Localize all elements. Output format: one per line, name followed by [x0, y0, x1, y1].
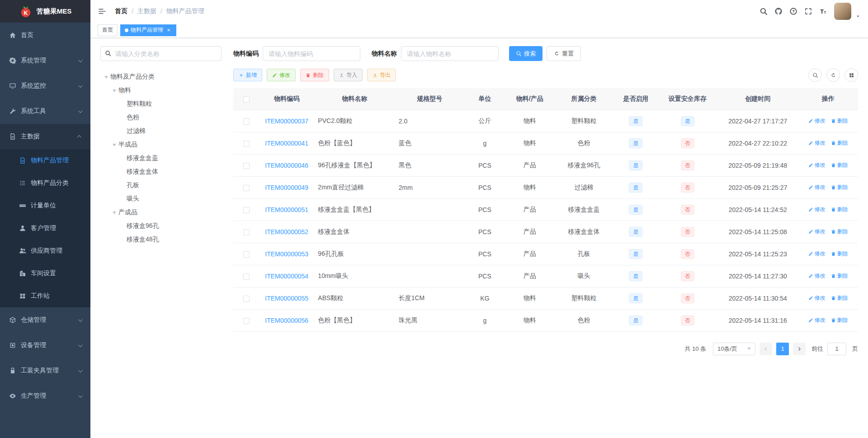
row-delete-link[interactable]: 删除	[831, 206, 848, 213]
tree-caret-icon[interactable]	[102, 74, 110, 80]
row-delete-link[interactable]: 删除	[831, 316, 848, 324]
font-size-icon[interactable]	[819, 7, 827, 15]
edit-button[interactable]: 修改	[267, 69, 296, 81]
help-icon[interactable]	[789, 7, 797, 15]
tree-node[interactable]: 物料	[100, 84, 222, 97]
goto-page-input[interactable]	[827, 343, 846, 355]
view-tag[interactable]: 首页	[98, 24, 118, 36]
tree-caret-icon[interactable]	[110, 141, 118, 148]
name-filter-input[interactable]	[401, 46, 499, 61]
row-edit-link[interactable]: 修改	[808, 206, 826, 213]
hamburger-icon[interactable]	[98, 7, 107, 16]
breadcrumb-item[interactable]: 首页	[115, 7, 127, 15]
breadcrumb-item[interactable]: 主数据	[137, 7, 156, 15]
tree-node[interactable]: 移液盒48孔	[100, 233, 222, 246]
search-icon[interactable]	[760, 7, 768, 15]
tree-caret-icon[interactable]	[110, 209, 118, 216]
row-edit-link[interactable]: 修改	[808, 117, 826, 125]
prev-page-button[interactable]	[760, 343, 772, 355]
tree-caret-icon[interactable]	[110, 87, 118, 94]
row-checkbox[interactable]	[243, 141, 250, 147]
view-tag[interactable]: 物料产品管理×	[120, 24, 176, 36]
row-checkbox[interactable]	[243, 207, 250, 213]
item-code-link[interactable]: ITEM00000053	[265, 250, 308, 258]
page-number-button[interactable]: 1	[776, 343, 789, 355]
item-code-link[interactable]: ITEM00000046	[265, 162, 308, 169]
sidebar-subitem[interactable]: 计量单位	[0, 194, 90, 217]
row-edit-link[interactable]: 修改	[808, 139, 826, 147]
item-code-link[interactable]: ITEM00000051	[265, 206, 308, 213]
tree-node[interactable]: 孔板	[100, 179, 222, 192]
row-delete-link[interactable]: 删除	[831, 272, 848, 280]
app-logo[interactable]: 苦糖果MES	[0, 0, 90, 23]
toggle-search-button[interactable]	[808, 68, 822, 82]
github-icon[interactable]	[774, 7, 783, 15]
tree-node[interactable]: 塑料颗粒	[100, 97, 222, 111]
row-checkbox[interactable]	[243, 229, 250, 235]
row-checkbox[interactable]	[243, 163, 250, 169]
row-checkbox[interactable]	[243, 251, 250, 258]
tree-node[interactable]: 产成品	[100, 206, 222, 219]
item-code-link[interactable]: ITEM00000054	[265, 273, 308, 280]
sidebar-item[interactable]: 生产管理	[0, 383, 90, 409]
row-edit-link[interactable]: 修改	[808, 316, 826, 324]
row-edit-link[interactable]: 修改	[808, 250, 826, 258]
add-button[interactable]: 新增	[233, 69, 262, 81]
row-checkbox[interactable]	[243, 273, 250, 280]
row-delete-link[interactable]: 删除	[831, 117, 848, 125]
item-code-link[interactable]: ITEM00000056	[265, 317, 308, 324]
tree-node[interactable]: 半成品	[100, 138, 222, 151]
tree-node[interactable]: 移液盒盒体	[100, 165, 222, 179]
reset-button[interactable]: 重置	[547, 46, 581, 61]
delete-button[interactable]: 删除	[300, 69, 329, 81]
row-edit-link[interactable]: 修改	[808, 294, 826, 302]
sidebar-subitem[interactable]: 物料产品管理	[0, 149, 90, 172]
page-size-select[interactable]: 10条/页	[713, 343, 755, 355]
row-checkbox[interactable]	[243, 318, 250, 324]
sidebar-subitem[interactable]: 供应商管理	[0, 240, 90, 262]
row-delete-link[interactable]: 删除	[831, 250, 848, 258]
row-edit-link[interactable]: 修改	[808, 161, 826, 169]
row-checkbox[interactable]	[243, 296, 250, 302]
sidebar-subitem[interactable]: 车间设置	[0, 262, 90, 285]
tree-node[interactable]: 过滤棉	[100, 124, 222, 138]
import-button[interactable]: 导入	[334, 69, 363, 81]
item-code-link[interactable]: ITEM00000049	[265, 184, 308, 191]
user-avatar[interactable]	[834, 3, 851, 20]
category-search-input[interactable]	[100, 46, 222, 61]
item-code-link[interactable]: ITEM00000052	[265, 228, 308, 235]
select-all-checkbox[interactable]	[243, 96, 250, 103]
tree-node[interactable]: 移液盒盒盖	[100, 151, 222, 165]
columns-button[interactable]	[844, 68, 858, 82]
tree-node[interactable]: 物料及产品分类	[100, 70, 222, 84]
sidebar-subitem[interactable]: 物料产品分类	[0, 172, 90, 194]
search-button[interactable]: 搜索	[509, 46, 542, 61]
item-code-link[interactable]: ITEM00000055	[265, 295, 308, 302]
row-edit-link[interactable]: 修改	[808, 228, 826, 235]
tree-node[interactable]: 吸头	[100, 192, 222, 206]
sidebar-item[interactable]: 系统工具	[0, 99, 90, 124]
item-code-link[interactable]: ITEM00000041	[265, 140, 308, 147]
sidebar-item[interactable]: 主数据	[0, 124, 90, 149]
tree-node[interactable]: 移液盒96孔	[100, 219, 222, 233]
sidebar-item[interactable]: 仓储管理	[0, 307, 90, 333]
row-edit-link[interactable]: 修改	[808, 184, 826, 191]
item-code-link[interactable]: ITEM00000037	[265, 118, 308, 125]
tag-close-icon[interactable]: ×	[165, 27, 172, 33]
refresh-table-button[interactable]	[826, 68, 840, 82]
fullscreen-icon[interactable]	[804, 7, 812, 15]
sidebar-subitem[interactable]: 客户管理	[0, 217, 90, 240]
sidebar-item[interactable]: 设备管理	[0, 333, 90, 358]
tree-node[interactable]: 色粉	[100, 111, 222, 124]
sidebar-item[interactable]: 系统监控	[0, 73, 90, 99]
row-delete-link[interactable]: 删除	[831, 228, 848, 235]
row-delete-link[interactable]: 删除	[831, 161, 848, 169]
row-checkbox[interactable]	[243, 185, 250, 191]
row-edit-link[interactable]: 修改	[808, 272, 826, 280]
row-delete-link[interactable]: 删除	[831, 294, 848, 302]
next-page-button[interactable]	[793, 343, 806, 355]
sidebar-item[interactable]: 系统管理	[0, 48, 90, 73]
row-delete-link[interactable]: 删除	[831, 139, 848, 147]
sidebar-item[interactable]: 工装夹具管理	[0, 358, 90, 383]
export-button[interactable]: 导出	[367, 69, 396, 81]
